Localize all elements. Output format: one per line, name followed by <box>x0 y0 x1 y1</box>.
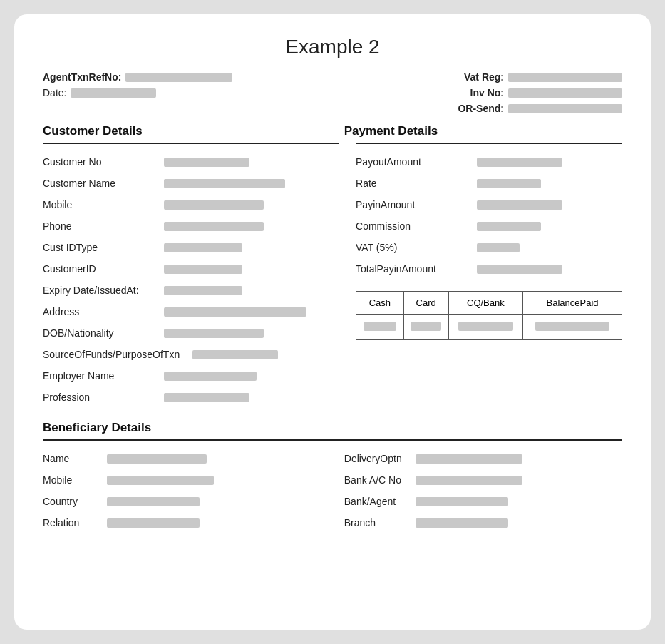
commission-value <box>477 222 541 231</box>
agent-txn-label: AgentTxnRefNo: <box>43 71 121 83</box>
payment-details-col: PayoutAmount Rate PayinAmount Commission… <box>356 151 622 408</box>
delivery-optn-value <box>416 454 522 464</box>
payin-amount-value <box>477 200 562 210</box>
payment-table-row <box>356 315 622 340</box>
inv-label: Inv No: <box>470 87 504 98</box>
customerid-label: CustomerID <box>43 263 157 275</box>
vat-row-value <box>477 243 520 252</box>
branch-label: Branch <box>344 517 408 528</box>
bank-ac-label: Bank A/C No <box>344 474 408 486</box>
rate-row: Rate <box>356 173 622 194</box>
beneficiary-right-col: DeliveryOptn Bank A/C No Bank/Agent Bran… <box>344 448 622 533</box>
table-header-balancepaid: BalancePaid <box>523 292 622 315</box>
payment-table: Cash Card CQ/Bank BalancePaid <box>356 291 622 340</box>
ben-relation-label: Relation <box>43 517 100 528</box>
expiry-date-value <box>164 286 242 295</box>
profession-value <box>164 393 249 402</box>
beneficiary-section: Beneficiary Details Name Mobile Country … <box>43 421 622 533</box>
profession-row: Profession <box>43 387 339 408</box>
beneficiary-header: Beneficiary Details <box>43 421 622 439</box>
customer-no-value <box>164 158 249 167</box>
expiry-date-label: Expiry Date/IssuedAt: <box>43 285 157 296</box>
customer-details-col: Customer No Customer Name Mobile Phone C… <box>43 151 339 408</box>
phone-row: Phone <box>43 215 339 237</box>
mobile-value <box>164 200 264 210</box>
profession-label: Profession <box>43 392 157 403</box>
total-payin-value <box>477 265 562 274</box>
cash-value-cell <box>356 315 404 340</box>
bank-agent-row: Bank/Agent <box>344 491 622 512</box>
address-row: Address <box>43 301 339 322</box>
source-funds-value <box>192 350 278 359</box>
beneficiary-divider <box>43 439 622 441</box>
orsend-value <box>508 104 622 113</box>
ben-relation-value <box>107 518 200 528</box>
date-row: Date: <box>43 87 232 98</box>
top-info-row: AgentTxnRefNo: Date: Vat Reg: Inv No: OR… <box>43 71 622 114</box>
cust-idtype-row: Cust IDType <box>43 237 339 258</box>
delivery-optn-row: DeliveryOptn <box>344 448 622 469</box>
source-funds-label: SourceOfFunds/PurposeOfTxn <box>43 349 185 360</box>
employer-name-row: Employer Name <box>43 365 339 387</box>
ben-name-row: Name <box>43 448 321 469</box>
agent-txn-value <box>125 73 232 82</box>
rate-value <box>477 179 541 188</box>
delivery-optn-label: DeliveryOptn <box>344 453 408 464</box>
top-right-info: Vat Reg: Inv No: OR-Send: <box>458 71 622 114</box>
vat-row: VAT (5%) <box>356 237 622 258</box>
ben-relation-row: Relation <box>43 512 321 533</box>
phone-value <box>164 222 264 231</box>
employer-name-label: Employer Name <box>43 370 157 382</box>
ben-country-label: Country <box>43 496 100 507</box>
section-headers-row: Customer Details Payment Details <box>43 124 622 143</box>
cqbank-value-cell <box>448 315 523 340</box>
bank-agent-value <box>416 497 508 506</box>
agent-txn-row: AgentTxnRefNo: <box>43 71 232 83</box>
main-page: Example 2 AgentTxnRefNo: Date: Vat Reg: … <box>14 14 651 630</box>
ben-mobile-value <box>107 476 214 485</box>
table-header-card: Card <box>403 292 448 315</box>
orsend-row: OR-Send: <box>458 103 622 114</box>
vat-reg-row: Vat Reg: <box>458 71 622 83</box>
expiry-date-row: Expiry Date/IssuedAt: <box>43 280 339 301</box>
bank-ac-value <box>416 476 522 485</box>
inv-value <box>508 88 622 98</box>
balancepaid-value-cell <box>523 315 622 340</box>
ben-name-label: Name <box>43 453 100 464</box>
table-header-cash: Cash <box>356 292 404 315</box>
total-payin-label: TotalPayinAmount <box>356 263 470 275</box>
beneficiary-left-col: Name Mobile Country Relation <box>43 448 321 533</box>
inv-no-row: Inv No: <box>458 87 622 98</box>
bank-ac-row: Bank A/C No <box>344 469 622 491</box>
bank-agent-label: Bank/Agent <box>344 496 408 507</box>
customer-divider <box>43 143 339 144</box>
ben-mobile-row: Mobile <box>43 469 321 491</box>
date-value <box>71 88 156 98</box>
customer-name-label: Customer Name <box>43 178 157 189</box>
customer-no-row: Customer No <box>43 151 339 173</box>
rate-label: Rate <box>356 178 470 189</box>
dob-nationality-row: DOB/Nationality <box>43 322 339 344</box>
mobile-row: Mobile <box>43 194 339 215</box>
payin-amount-row: PayinAmount <box>356 194 622 215</box>
payin-amount-label: PayinAmount <box>356 199 470 210</box>
vat-label: Vat Reg: <box>464 71 504 83</box>
ben-country-value <box>107 497 200 506</box>
source-funds-row: SourceOfFunds/PurposeOfTxn <box>43 344 339 365</box>
employer-name-value <box>164 372 257 381</box>
ben-mobile-label: Mobile <box>43 474 100 486</box>
page-title: Example 2 <box>43 36 622 58</box>
card-value-cell <box>403 315 448 340</box>
cust-idtype-label: Cust IDType <box>43 242 157 253</box>
vat-row-label: VAT (5%) <box>356 242 470 253</box>
commission-label: Commission <box>356 220 470 232</box>
table-header-cqbank: CQ/Bank <box>448 292 523 315</box>
payout-amount-label: PayoutAmount <box>356 156 470 168</box>
customer-section-header: Customer Details <box>43 124 321 143</box>
cust-idtype-value <box>164 243 242 252</box>
beneficiary-columns: Name Mobile Country Relation D <box>43 448 622 533</box>
ben-country-row: Country <box>43 491 321 512</box>
branch-value <box>416 518 508 528</box>
orsend-label: OR-Send: <box>458 103 504 114</box>
date-label: Date: <box>43 87 66 98</box>
